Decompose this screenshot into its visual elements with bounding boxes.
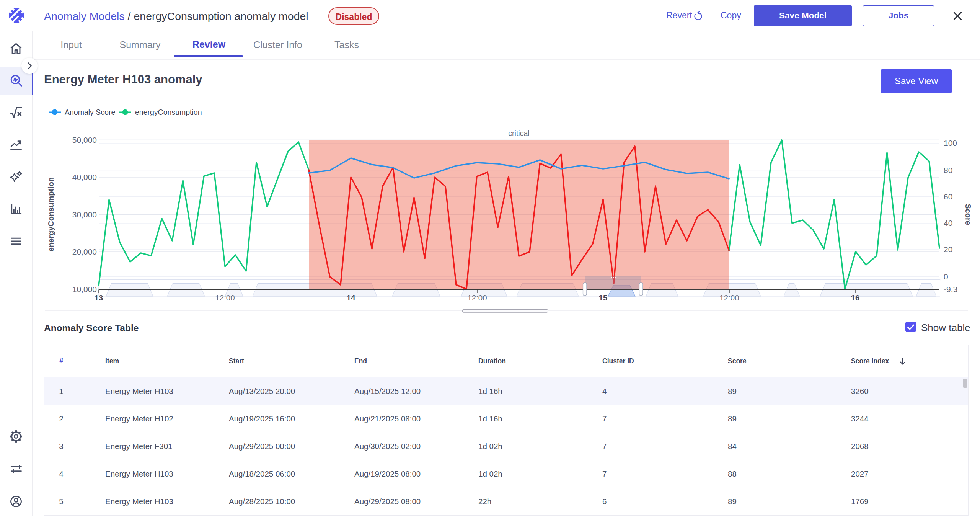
svg-text:60: 60 [944,192,952,201]
svg-text:12:00: 12:00 [215,293,235,302]
svg-text:14: 14 [347,293,355,302]
svg-text:40,000: 40,000 [72,173,97,181]
svg-text:0: 0 [944,272,948,281]
svg-text:Anomaly Score: Anomaly Score [65,108,115,116]
svg-text:100: 100 [944,139,957,147]
svg-text:13: 13 [95,293,103,302]
svg-text:energyConsumption: energyConsumption [47,177,55,251]
svg-text:20: 20 [944,245,952,254]
svg-text:20,000: 20,000 [72,247,97,256]
svg-text:40: 40 [944,219,952,227]
svg-text:12:00: 12:00 [467,293,487,302]
svg-text:15: 15 [599,293,608,302]
svg-text:12:00: 12:00 [719,293,739,302]
svg-text:10,000: 10,000 [72,285,97,294]
svg-text:energyConsumption: energyConsumption [135,108,202,116]
svg-text:30,000: 30,000 [72,210,97,219]
svg-text:50,000: 50,000 [72,136,97,144]
svg-text:16: 16 [851,293,860,302]
svg-text:critical: critical [508,129,529,137]
svg-text:Score: Score [964,204,972,225]
svg-text:80: 80 [944,166,952,175]
svg-text:-9.3: -9.3 [944,285,957,294]
